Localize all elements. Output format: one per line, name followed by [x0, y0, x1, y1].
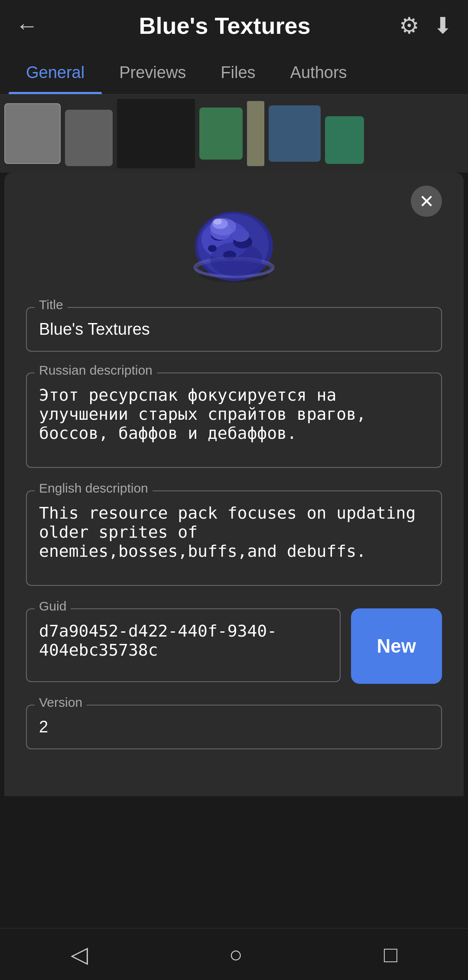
guid-row: Guid d7a90452-d422-440f-9340-404ebc35738… [26, 608, 442, 684]
tab-previews[interactable]: Previews [102, 51, 203, 94]
russian-description-label: Russian description [35, 363, 157, 378]
close-button[interactable]: ✕ [411, 186, 442, 217]
russian-description-field-group: Russian description Этот ресурспак фокус… [26, 372, 442, 470]
english-description-field-group: English description This resource pack f… [26, 490, 442, 588]
version-input[interactable] [26, 705, 442, 749]
svg-point-15 [210, 242, 262, 277]
title-input[interactable] [26, 307, 442, 352]
title-field-group: Title [26, 307, 442, 352]
bottom-navigation: ◁ ○ □ [0, 928, 468, 980]
top-icons: ⚙ ⬇ [399, 13, 452, 39]
guid-label: Guid [35, 599, 71, 614]
top-bar: ← Blue's Textures ⚙ ⬇ [0, 0, 468, 51]
guid-input[interactable]: d7a90452-d422-440f-9340-404ebc35738c [26, 608, 341, 682]
background-preview [0, 95, 468, 173]
tab-bar: General Previews Files Authors [0, 51, 468, 95]
svg-point-12 [213, 219, 222, 225]
back-button[interactable]: ← [16, 14, 38, 37]
nav-home-button[interactable]: ○ [229, 941, 243, 967]
nav-recent-button[interactable]: □ [384, 941, 397, 967]
download-icon[interactable]: ⬇ [433, 13, 452, 39]
tab-general[interactable]: General [9, 51, 102, 94]
form-fields: Title Russian description Этот ресурспак… [4, 307, 464, 749]
page-title: Blue's Textures [50, 12, 399, 39]
russian-description-input[interactable]: Этот ресурспак фокусируется на улучшении… [26, 372, 442, 468]
guid-field-group: Guid d7a90452-d422-440f-9340-404ebc35738… [26, 608, 341, 684]
version-field-group: Version [26, 705, 442, 749]
version-label: Version [35, 695, 87, 710]
nav-back-button[interactable]: ◁ [71, 941, 88, 967]
title-label: Title [35, 297, 68, 312]
pack-icon [186, 194, 282, 290]
pack-icon-area [4, 173, 464, 307]
tab-files[interactable]: Files [203, 51, 273, 94]
english-description-label: English description [35, 481, 153, 496]
tab-authors[interactable]: Authors [273, 51, 364, 94]
settings-icon[interactable]: ⚙ [399, 13, 419, 39]
new-guid-button[interactable]: New [351, 608, 442, 684]
english-description-input[interactable]: This resource pack focuses on updating o… [26, 490, 442, 586]
modal-card: ✕ [4, 173, 464, 796]
